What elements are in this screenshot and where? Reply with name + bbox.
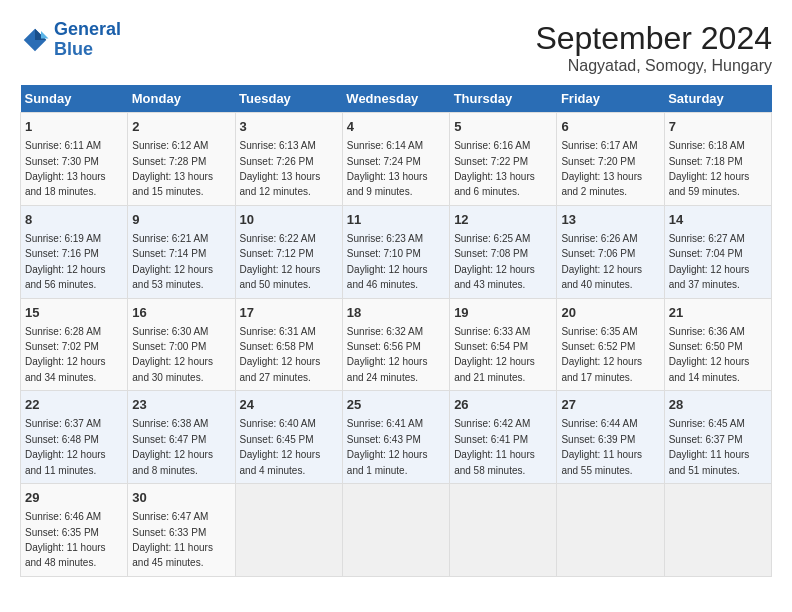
calendar-cell: 18Sunrise: 6:32 AM Sunset: 6:56 PM Dayli…: [342, 298, 449, 391]
day-info: Sunrise: 6:16 AM Sunset: 7:22 PM Dayligh…: [454, 140, 535, 197]
page-header: General Blue September 2024 Nagyatad, So…: [20, 20, 772, 75]
day-info: Sunrise: 6:44 AM Sunset: 6:39 PM Dayligh…: [561, 418, 642, 475]
calendar-cell: 20Sunrise: 6:35 AM Sunset: 6:52 PM Dayli…: [557, 298, 664, 391]
day-number: 4: [347, 118, 445, 136]
calendar-cell: 26Sunrise: 6:42 AM Sunset: 6:41 PM Dayli…: [450, 391, 557, 484]
calendar-cell: 29Sunrise: 6:46 AM Sunset: 6:35 PM Dayli…: [21, 484, 128, 577]
calendar-cell: 11Sunrise: 6:23 AM Sunset: 7:10 PM Dayli…: [342, 205, 449, 298]
logo-line1: General: [54, 19, 121, 39]
day-info: Sunrise: 6:27 AM Sunset: 7:04 PM Dayligh…: [669, 233, 750, 290]
day-number: 28: [669, 396, 767, 414]
day-number: 19: [454, 304, 552, 322]
day-number: 12: [454, 211, 552, 229]
calendar-cell: 13Sunrise: 6:26 AM Sunset: 7:06 PM Dayli…: [557, 205, 664, 298]
calendar-cell: [664, 484, 771, 577]
subtitle: Nagyatad, Somogy, Hungary: [535, 57, 772, 75]
day-number: 10: [240, 211, 338, 229]
calendar-cell: 7Sunrise: 6:18 AM Sunset: 7:18 PM Daylig…: [664, 113, 771, 206]
day-number: 9: [132, 211, 230, 229]
title-block: September 2024 Nagyatad, Somogy, Hungary: [535, 20, 772, 75]
day-info: Sunrise: 6:36 AM Sunset: 6:50 PM Dayligh…: [669, 326, 750, 383]
calendar-body: 1Sunrise: 6:11 AM Sunset: 7:30 PM Daylig…: [21, 113, 772, 577]
day-info: Sunrise: 6:17 AM Sunset: 7:20 PM Dayligh…: [561, 140, 642, 197]
calendar-week-3: 15Sunrise: 6:28 AM Sunset: 7:02 PM Dayli…: [21, 298, 772, 391]
weekday-header-monday: Monday: [128, 85, 235, 113]
day-number: 17: [240, 304, 338, 322]
day-number: 27: [561, 396, 659, 414]
day-number: 15: [25, 304, 123, 322]
day-number: 25: [347, 396, 445, 414]
day-number: 2: [132, 118, 230, 136]
day-number: 23: [132, 396, 230, 414]
calendar-cell: 15Sunrise: 6:28 AM Sunset: 7:02 PM Dayli…: [21, 298, 128, 391]
weekday-header-sunday: Sunday: [21, 85, 128, 113]
day-info: Sunrise: 6:25 AM Sunset: 7:08 PM Dayligh…: [454, 233, 535, 290]
calendar-cell: [342, 484, 449, 577]
day-info: Sunrise: 6:14 AM Sunset: 7:24 PM Dayligh…: [347, 140, 428, 197]
day-number: 6: [561, 118, 659, 136]
day-info: Sunrise: 6:28 AM Sunset: 7:02 PM Dayligh…: [25, 326, 106, 383]
day-info: Sunrise: 6:31 AM Sunset: 6:58 PM Dayligh…: [240, 326, 321, 383]
day-info: Sunrise: 6:37 AM Sunset: 6:48 PM Dayligh…: [25, 418, 106, 475]
day-info: Sunrise: 6:33 AM Sunset: 6:54 PM Dayligh…: [454, 326, 535, 383]
calendar-cell: 21Sunrise: 6:36 AM Sunset: 6:50 PM Dayli…: [664, 298, 771, 391]
calendar-table: SundayMondayTuesdayWednesdayThursdayFrid…: [20, 85, 772, 577]
day-info: Sunrise: 6:47 AM Sunset: 6:33 PM Dayligh…: [132, 511, 213, 568]
day-info: Sunrise: 6:26 AM Sunset: 7:06 PM Dayligh…: [561, 233, 642, 290]
calendar-cell: 8Sunrise: 6:19 AM Sunset: 7:16 PM Daylig…: [21, 205, 128, 298]
day-info: Sunrise: 6:23 AM Sunset: 7:10 PM Dayligh…: [347, 233, 428, 290]
calendar-cell: 28Sunrise: 6:45 AM Sunset: 6:37 PM Dayli…: [664, 391, 771, 484]
day-number: 18: [347, 304, 445, 322]
day-info: Sunrise: 6:30 AM Sunset: 7:00 PM Dayligh…: [132, 326, 213, 383]
calendar-cell: [450, 484, 557, 577]
day-number: 20: [561, 304, 659, 322]
day-info: Sunrise: 6:11 AM Sunset: 7:30 PM Dayligh…: [25, 140, 106, 197]
calendar-week-5: 29Sunrise: 6:46 AM Sunset: 6:35 PM Dayli…: [21, 484, 772, 577]
calendar-cell: [557, 484, 664, 577]
day-number: 14: [669, 211, 767, 229]
calendar-cell: 16Sunrise: 6:30 AM Sunset: 7:00 PM Dayli…: [128, 298, 235, 391]
day-info: Sunrise: 6:21 AM Sunset: 7:14 PM Dayligh…: [132, 233, 213, 290]
calendar-cell: 30Sunrise: 6:47 AM Sunset: 6:33 PM Dayli…: [128, 484, 235, 577]
day-info: Sunrise: 6:32 AM Sunset: 6:56 PM Dayligh…: [347, 326, 428, 383]
day-number: 26: [454, 396, 552, 414]
calendar-cell: 23Sunrise: 6:38 AM Sunset: 6:47 PM Dayli…: [128, 391, 235, 484]
day-number: 24: [240, 396, 338, 414]
calendar-cell: 9Sunrise: 6:21 AM Sunset: 7:14 PM Daylig…: [128, 205, 235, 298]
day-info: Sunrise: 6:45 AM Sunset: 6:37 PM Dayligh…: [669, 418, 750, 475]
calendar-week-1: 1Sunrise: 6:11 AM Sunset: 7:30 PM Daylig…: [21, 113, 772, 206]
day-info: Sunrise: 6:38 AM Sunset: 6:47 PM Dayligh…: [132, 418, 213, 475]
day-info: Sunrise: 6:41 AM Sunset: 6:43 PM Dayligh…: [347, 418, 428, 475]
day-number: 5: [454, 118, 552, 136]
day-info: Sunrise: 6:35 AM Sunset: 6:52 PM Dayligh…: [561, 326, 642, 383]
day-number: 3: [240, 118, 338, 136]
main-title: September 2024: [535, 20, 772, 57]
day-number: 29: [25, 489, 123, 507]
day-number: 30: [132, 489, 230, 507]
day-number: 16: [132, 304, 230, 322]
weekday-header-saturday: Saturday: [664, 85, 771, 113]
calendar-week-4: 22Sunrise: 6:37 AM Sunset: 6:48 PM Dayli…: [21, 391, 772, 484]
day-number: 8: [25, 211, 123, 229]
day-number: 22: [25, 396, 123, 414]
calendar-cell: 24Sunrise: 6:40 AM Sunset: 6:45 PM Dayli…: [235, 391, 342, 484]
calendar-cell: 12Sunrise: 6:25 AM Sunset: 7:08 PM Dayli…: [450, 205, 557, 298]
day-info: Sunrise: 6:40 AM Sunset: 6:45 PM Dayligh…: [240, 418, 321, 475]
logo-icon: [20, 25, 50, 55]
day-number: 13: [561, 211, 659, 229]
calendar-header: SundayMondayTuesdayWednesdayThursdayFrid…: [21, 85, 772, 113]
weekday-header-row: SundayMondayTuesdayWednesdayThursdayFrid…: [21, 85, 772, 113]
calendar-cell: 6Sunrise: 6:17 AM Sunset: 7:20 PM Daylig…: [557, 113, 664, 206]
day-info: Sunrise: 6:18 AM Sunset: 7:18 PM Dayligh…: [669, 140, 750, 197]
calendar-cell: 25Sunrise: 6:41 AM Sunset: 6:43 PM Dayli…: [342, 391, 449, 484]
day-number: 7: [669, 118, 767, 136]
day-info: Sunrise: 6:42 AM Sunset: 6:41 PM Dayligh…: [454, 418, 535, 475]
calendar-cell: 17Sunrise: 6:31 AM Sunset: 6:58 PM Dayli…: [235, 298, 342, 391]
calendar-cell: 3Sunrise: 6:13 AM Sunset: 7:26 PM Daylig…: [235, 113, 342, 206]
day-number: 11: [347, 211, 445, 229]
calendar-cell: 5Sunrise: 6:16 AM Sunset: 7:22 PM Daylig…: [450, 113, 557, 206]
svg-marker-2: [41, 31, 49, 39]
calendar-cell: 1Sunrise: 6:11 AM Sunset: 7:30 PM Daylig…: [21, 113, 128, 206]
logo: General Blue: [20, 20, 121, 60]
logo-text: General Blue: [54, 20, 121, 60]
